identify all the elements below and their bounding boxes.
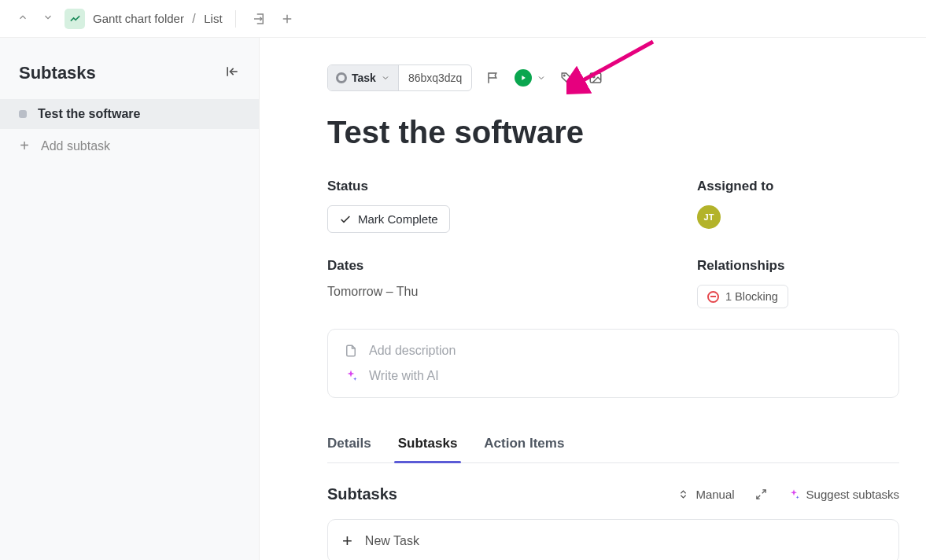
- blocking-badge[interactable]: 1 Blocking: [697, 285, 788, 308]
- top-bar: Gantt chart folder / List: [0, 0, 926, 38]
- document-icon: [344, 344, 358, 358]
- dates-field: Dates Tomorrow – Thu: [327, 258, 626, 308]
- breadcrumb[interactable]: Gantt chart folder / List: [93, 12, 223, 26]
- relationships-label: Relationships: [697, 258, 788, 274]
- subtasks-header: Subtasks Manual Suggest subtasks: [327, 485, 899, 503]
- chevron-down-icon[interactable]: [537, 73, 546, 83]
- breadcrumb-separator: /: [192, 12, 195, 25]
- svg-line-10: [756, 496, 759, 499]
- status-field: Status Mark Complete: [327, 179, 626, 233]
- sort-label: Manual: [695, 488, 734, 501]
- subtasks-controls: Manual Suggest subtasks: [677, 488, 899, 501]
- check-icon: [339, 213, 352, 226]
- collapse-sidebar-icon[interactable]: [224, 64, 240, 83]
- tab-action-items[interactable]: Action Items: [484, 429, 564, 462]
- assigned-field: Assigned to JT: [697, 179, 773, 233]
- add-subtask-button[interactable]: + Add subtask: [0, 129, 259, 163]
- add-description-button[interactable]: Add description: [344, 344, 883, 358]
- breadcrumb-folder[interactable]: Gantt chart folder: [93, 12, 184, 25]
- sparkle-icon: [788, 488, 800, 501]
- plus-icon: +: [342, 531, 352, 551]
- tabs: Details Subtasks Action Items: [327, 429, 899, 463]
- sort-button[interactable]: Manual: [677, 488, 734, 501]
- suggest-label: Suggest subtasks: [806, 488, 899, 501]
- plus-icon: +: [19, 137, 30, 155]
- chevron-down-icon: [381, 73, 390, 83]
- timer-group: [515, 69, 546, 87]
- status-label: Status: [327, 179, 626, 194]
- expand-button[interactable]: [755, 488, 767, 500]
- tab-details[interactable]: Details: [327, 429, 371, 462]
- blocking-icon: [707, 291, 719, 303]
- nav-up-icon[interactable]: [14, 9, 31, 29]
- assigned-label: Assigned to: [697, 179, 773, 194]
- svg-point-8: [593, 76, 595, 77]
- svg-point-6: [564, 75, 566, 76]
- play-button[interactable]: [515, 69, 532, 87]
- new-task-label: New Task: [365, 534, 419, 548]
- sort-icon: [677, 488, 689, 500]
- flag-icon[interactable]: [486, 71, 500, 85]
- svg-line-9: [762, 490, 765, 493]
- mark-complete-label: Mark Complete: [358, 212, 438, 226]
- mark-complete-button[interactable]: Mark Complete: [327, 205, 450, 233]
- status-circle-icon: [336, 72, 347, 83]
- main-panel: Task 86bxq3dzq: [260, 38, 926, 560]
- fields-row-2: Dates Tomorrow – Thu Relationships 1 Blo…: [327, 258, 899, 308]
- task-type-button[interactable]: Task: [328, 65, 399, 90]
- assignee-avatar[interactable]: JT: [697, 205, 721, 229]
- image-icon[interactable]: [588, 71, 603, 85]
- description-box: Add description Write with AI: [327, 329, 899, 398]
- add-icon[interactable]: [277, 9, 297, 29]
- sparkle-icon: [344, 369, 358, 383]
- add-subtask-label: Add subtask: [41, 139, 110, 153]
- sidebar: Subtasks Test the software + Add subtask: [0, 38, 260, 560]
- suggest-subtasks-button[interactable]: Suggest subtasks: [788, 488, 899, 501]
- relationships-field: Relationships 1 Blocking: [697, 258, 788, 308]
- sidebar-item-task[interactable]: Test the software: [0, 99, 259, 129]
- sidebar-header: Subtasks: [0, 63, 259, 99]
- export-icon[interactable]: [249, 9, 269, 29]
- dates-value[interactable]: Tomorrow – Thu: [327, 285, 626, 299]
- write-with-ai-label: Write with AI: [369, 369, 439, 383]
- task-toolbar: Task 86bxq3dzq: [327, 64, 899, 91]
- task-id[interactable]: 86bxq3dzq: [399, 65, 472, 90]
- chart-icon: [65, 9, 85, 29]
- sidebar-item-label: Test the software: [38, 107, 140, 121]
- task-type-pill: Task 86bxq3dzq: [327, 64, 472, 91]
- tag-icon[interactable]: [560, 71, 574, 85]
- expand-icon: [755, 488, 767, 500]
- blocking-text: 1 Blocking: [725, 290, 778, 303]
- breadcrumb-view[interactable]: List: [204, 12, 222, 25]
- new-task-button[interactable]: + New Task: [327, 519, 899, 560]
- task-title[interactable]: Test the software: [327, 115, 899, 150]
- divider: [235, 10, 236, 28]
- write-with-ai-button[interactable]: Write with AI: [344, 369, 883, 383]
- task-type-label: Task: [352, 72, 376, 84]
- nav-down-icon[interactable]: [39, 9, 57, 29]
- dates-label: Dates: [327, 258, 626, 274]
- tab-subtasks[interactable]: Subtasks: [398, 429, 458, 462]
- subtasks-title: Subtasks: [327, 485, 397, 503]
- sidebar-title: Subtasks: [19, 63, 96, 83]
- add-description-label: Add description: [369, 344, 456, 358]
- task-status-bullet: [19, 110, 27, 118]
- fields-row-1: Status Mark Complete Assigned to JT: [327, 179, 899, 233]
